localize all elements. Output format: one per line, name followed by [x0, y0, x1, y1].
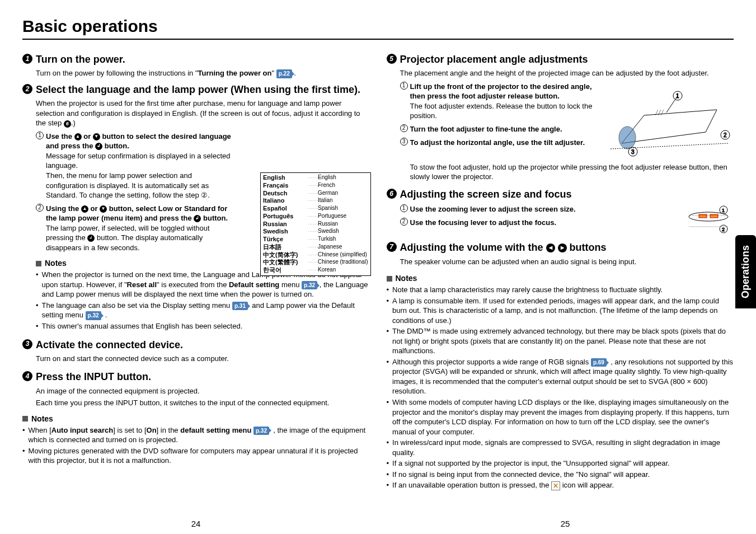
substep-1: 1	[36, 132, 44, 139]
substep-1-body: Message for setup confirmation is displa…	[46, 151, 234, 171]
note-item: • This owner's manual assumes that Engli…	[36, 321, 370, 331]
text: button.	[201, 214, 228, 222]
page-number-left: 24	[182, 519, 210, 528]
lang-row: 中文(简体字)···············Chinese (simplifie…	[263, 251, 368, 259]
text: If an unavailable operation button is pr…	[392, 481, 551, 489]
step-7-title: Adjusting the volume with the ◀ ▶ button…	[400, 241, 607, 254]
text: If a signal not supported by the project…	[392, 458, 670, 469]
substep-1-title: Use the ▲ or ▼ button to select the desi…	[46, 132, 234, 151]
text: "	[271, 69, 276, 77]
step-6-title: Adjusting the screen size and focus	[400, 188, 572, 201]
lang-row: Russian···············Russian	[263, 221, 368, 228]
substep-title: Lift up the front of the projector to th…	[410, 82, 600, 101]
note-item: •If no signal is being input from the co…	[387, 470, 734, 480]
lang-row: Français···············French	[263, 182, 368, 190]
right-icon: ▶	[558, 243, 567, 252]
step-1-title: Turn on the power.	[36, 53, 125, 66]
text: .	[103, 311, 107, 319]
note-item: • When [Auto input search] is set to [On…	[22, 425, 370, 445]
text: menu	[279, 280, 302, 289]
down-icon: ▼	[93, 133, 100, 140]
projector-diagram: 1 2 3	[605, 82, 734, 160]
text: With some models of computer having LCD …	[392, 397, 734, 437]
text: ] is set to [	[113, 426, 146, 434]
step-5-body: The placement angle and the height of th…	[400, 68, 734, 78]
text: This owner's manual assumes that English…	[42, 321, 243, 331]
enter-icon: ↲	[95, 143, 102, 150]
page-title: Basic operations	[22, 17, 734, 40]
left-column: 1 Turn on the power. Turn on the power b…	[22, 48, 370, 490]
step-1-icon: 1	[22, 54, 32, 64]
up-icon: ▲	[74, 133, 82, 140]
text: On	[147, 426, 157, 434]
enter-icon: ↲	[194, 215, 201, 222]
step-2-icon: 2	[22, 84, 32, 94]
text: .)	[71, 119, 76, 127]
step-ref-6-icon: 6	[64, 120, 71, 128]
substep-body: The foot adjuster extends. Release the b…	[410, 101, 600, 121]
notes-marker-icon	[36, 261, 41, 266]
text: In wireless/card input mode, signals are…	[392, 438, 734, 457]
svg-point-0	[619, 127, 636, 149]
x-icon: ✕	[551, 481, 560, 490]
substep-1: 1	[400, 204, 408, 212]
text: The DMD™ is made using extremely advance…	[392, 326, 734, 356]
substep-2-title: Using the ▲ or ▼ button, select Low or S…	[46, 204, 234, 223]
svg-text:1: 1	[722, 208, 725, 213]
step-6-icon: 6	[387, 189, 397, 199]
substep-title: Turn the foot adjuster to fine-tune the …	[410, 124, 600, 134]
note-item: •A lamp is consumable item. If used for …	[387, 296, 734, 326]
page-ref-31: p.31	[232, 302, 248, 311]
text: or	[82, 132, 93, 140]
step-1-body: Turn on the power by following the instr…	[36, 68, 370, 78]
page-ref-69: p.69	[591, 358, 607, 367]
step-7-icon: 7	[387, 242, 397, 252]
lang-row: Türkçe···············Turkish	[263, 236, 368, 243]
svg-rect-9	[710, 214, 718, 218]
substep-2: 2	[400, 124, 408, 132]
step-2-body: When the projector is used for the first…	[36, 99, 370, 128]
step-4-body2: Each time you press the INPUT button, it…	[36, 398, 370, 408]
step-3-icon: 3	[22, 339, 32, 349]
lang-row: Português···············Portuguese	[263, 213, 368, 221]
lang-row: 中文(繁體字)···············Chinese (tradition…	[263, 259, 368, 266]
text: default setting menu	[180, 426, 251, 434]
svg-text:2: 2	[722, 227, 725, 232]
side-tab: Operations	[735, 235, 756, 308]
step-3-body: Turn on and start the connected device s…	[36, 354, 370, 364]
text: or	[88, 204, 100, 213]
note-item: • Although this projector supports a wid…	[387, 357, 734, 396]
text: buttons	[567, 242, 607, 253]
step-3-title: Activate the connected device.	[36, 338, 183, 352]
page-ref-32: p.32	[86, 311, 101, 320]
text: Reset all	[127, 280, 157, 289]
note-item: • If an unavailable operation button is …	[387, 480, 734, 490]
text: Auto input search	[51, 426, 114, 434]
note-item: • The language can also be set via the D…	[36, 301, 370, 320]
text: icon will appear.	[560, 481, 614, 489]
up-icon: ▲	[81, 205, 88, 213]
note-item: • Moving pictures generated with the DVD…	[22, 446, 370, 466]
note-item: •The DMD™ is made using extremely advanc…	[387, 326, 734, 356]
page-ref-22: p.22	[276, 69, 292, 78]
text: ] in the	[157, 426, 181, 434]
text: A lamp is consumable item. If used for e…	[392, 296, 734, 326]
text: When the projector is used for the first…	[36, 99, 360, 127]
note-item: •With some models of computer having LCD…	[387, 397, 734, 437]
notes-title: Notes	[31, 414, 53, 424]
step-4-title: Press the INPUT button.	[36, 370, 151, 383]
down-icon: ▼	[100, 205, 107, 213]
lang-row: English···············English	[263, 174, 368, 182]
language-table: English···············EnglishFrançais···…	[260, 172, 371, 276]
text: Using the	[46, 204, 81, 213]
page-ref-32: p.32	[253, 427, 269, 435]
lang-row: Italiano···············Italian	[263, 197, 368, 205]
text: When [	[29, 426, 51, 434]
enter-icon: ↲	[87, 235, 95, 242]
step-5-icon: 5	[387, 54, 397, 64]
text: Turn on the power by following the instr…	[36, 69, 198, 77]
notes-title: Notes	[396, 273, 417, 284]
substep-title: Use the zooming lever to adjust the scre…	[410, 204, 679, 214]
note-item: •If a signal not supported by the projec…	[387, 458, 734, 469]
page-ref-32: p.32	[302, 281, 317, 290]
